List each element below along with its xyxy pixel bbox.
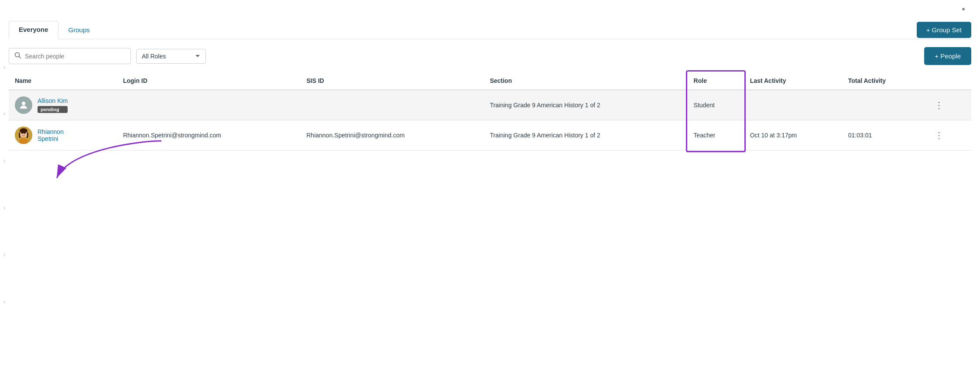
table-row: RhiannonSpetrini Rhiannon.Spetrini@stron… [9, 120, 971, 150]
sis-id-allison [300, 90, 483, 120]
table-row: Allison Kim pending Training Grade 9 Ame… [9, 90, 971, 120]
tab-everyone[interactable]: Everyone [9, 21, 58, 39]
svg-point-3 [22, 102, 25, 105]
actions-rhiannon: ⋮ [925, 120, 971, 150]
svg-point-6 [20, 128, 27, 133]
role-allison: Student [688, 90, 744, 120]
sidebar-arrow-5: › [3, 252, 5, 258]
role-rhiannon: Teacher [688, 120, 744, 150]
col-header-login-id: Login ID [117, 72, 300, 90]
tab-groups[interactable]: Groups [58, 21, 100, 39]
section-allison: Training Grade 9 American History 1 of 2 [484, 90, 688, 120]
tabs-row: Everyone Groups + Group Set [9, 17, 971, 39]
group-set-button[interactable]: + Group Set [917, 22, 971, 38]
svg-line-1 [19, 57, 21, 58]
table-header-row: Name Login ID SIS ID Section Role Last A… [9, 72, 971, 90]
col-header-section: Section [484, 72, 688, 90]
search-icon [14, 52, 21, 60]
search-left-area: All Roles Student Teacher TA Observer De… [9, 48, 206, 64]
roles-select[interactable]: All Roles Student Teacher TA Observer De… [136, 49, 206, 64]
sidebar-arrow-3: › [3, 158, 5, 164]
person-name-allison[interactable]: Allison Kim [38, 97, 68, 104]
last-activity-allison [744, 90, 842, 120]
name-cell-rhiannon: RhiannonSpetrini [9, 120, 117, 150]
row-actions-button-rhiannon[interactable]: ⋮ [931, 128, 947, 142]
section-rhiannon: Training Grade 9 American History 1 of 2 [484, 120, 688, 150]
sidebar-arrow-4: › [3, 205, 5, 211]
sidebar-arrow-6: › [3, 299, 5, 305]
col-header-last-activity: Last Activity [744, 72, 842, 90]
add-people-button[interactable]: + People [924, 47, 971, 65]
col-header-role: Role [688, 72, 744, 90]
sis-id-rhiannon: Rhiannon.Spetrini@strongmind.com [300, 120, 483, 150]
pending-badge: pending [38, 106, 68, 113]
last-activity-rhiannon: Oct 10 at 3:17pm [744, 120, 842, 150]
svg-point-8 [22, 133, 23, 134]
avatar-allison [15, 96, 32, 114]
row-actions-button-allison[interactable]: ⋮ [931, 98, 947, 112]
person-name-rhiannon[interactable]: RhiannonSpetrini [38, 128, 64, 142]
search-input[interactable] [25, 53, 125, 60]
login-id-rhiannon: Rhiannon.Spetrini@strongmind.com [117, 120, 300, 150]
total-activity-allison [842, 90, 925, 120]
sidebar-arrow-2: › [3, 111, 5, 117]
sidebar-arrows: › › › › › › [0, 0, 9, 369]
col-header-actions [925, 72, 971, 90]
actions-allison: ⋮ [925, 90, 971, 120]
search-box [9, 48, 131, 64]
avatar-rhiannon [15, 126, 32, 144]
people-table-wrapper: Name Login ID SIS ID Section Role Last A… [9, 72, 971, 150]
name-info-rhiannon: RhiannonSpetrini [38, 128, 64, 142]
total-activity-rhiannon: 01:03:01 [842, 120, 925, 150]
search-filter-row: All Roles Student Teacher TA Observer De… [9, 39, 971, 72]
name-info-allison: Allison Kim pending [38, 97, 68, 113]
col-header-sis-id: SIS ID [300, 72, 483, 90]
col-header-name: Name [9, 72, 117, 90]
tabs-container: Everyone Groups [9, 21, 100, 39]
top-dots: • [962, 3, 967, 15]
name-cell-allison: Allison Kim pending [9, 90, 117, 120]
svg-point-9 [24, 133, 25, 134]
people-table: Name Login ID SIS ID Section Role Last A… [9, 72, 971, 150]
col-header-total-activity: Total Activity [842, 72, 925, 90]
sidebar-arrow-1: › [3, 64, 5, 70]
login-id-allison [117, 90, 300, 120]
